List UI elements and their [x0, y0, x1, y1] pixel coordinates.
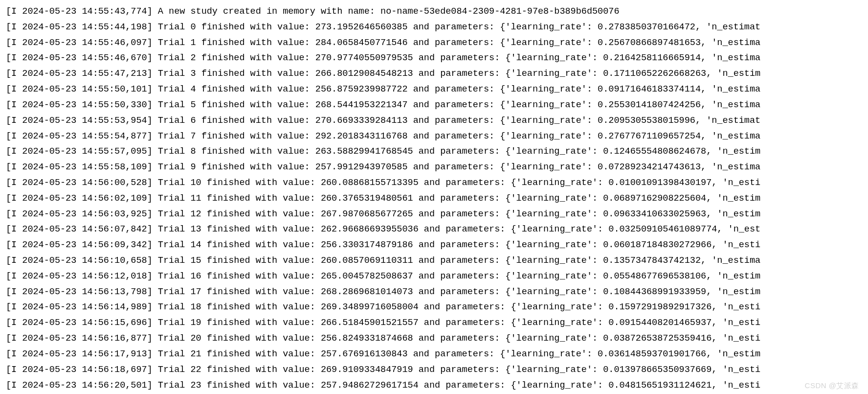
- log-line-trial: [I 2024-05-23 14:56:17,913] Trial 21 fin…: [6, 347, 862, 362]
- log-line-trial: [I 2024-05-23 14:56:03,925] Trial 12 fin…: [6, 207, 862, 222]
- log-line-trial: [I 2024-05-23 14:56:00,528] Trial 10 fin…: [6, 175, 862, 191]
- log-line-trial: [I 2024-05-23 14:55:50,330] Trial 5 fini…: [6, 97, 862, 113]
- log-line-trial: [I 2024-05-23 14:56:07,842] Trial 13 fin…: [6, 222, 862, 237]
- log-line-trial: [I 2024-05-23 14:56:14,989] Trial 18 fin…: [6, 300, 862, 315]
- log-line-trial: [I 2024-05-23 14:55:46,670] Trial 2 fini…: [6, 50, 862, 66]
- log-line-trial: [I 2024-05-23 14:56:16,877] Trial 20 fin…: [6, 331, 862, 347]
- log-line-trial: [I 2024-05-23 14:56:13,798] Trial 17 fin…: [6, 284, 862, 300]
- log-line-trial: [I 2024-05-23 14:55:50,101] Trial 4 fini…: [6, 82, 862, 97]
- log-line-trial: [I 2024-05-23 14:56:09,342] Trial 14 fin…: [6, 237, 862, 253]
- log-line-trial: [I 2024-05-23 14:56:12,018] Trial 16 fin…: [6, 269, 862, 284]
- log-line-trial: [I 2024-05-23 14:56:15,696] Trial 19 fin…: [6, 315, 862, 331]
- log-line-trial: [I 2024-05-23 14:56:02,109] Trial 11 fin…: [6, 191, 862, 207]
- log-line-trial: [I 2024-05-23 14:56:10,658] Trial 15 fin…: [6, 253, 862, 269]
- log-line-trial: [I 2024-05-23 14:56:18,697] Trial 22 fin…: [6, 362, 862, 378]
- log-line-trial: [I 2024-05-23 14:55:47,213] Trial 3 fini…: [6, 66, 862, 82]
- console-log-output: [I 2024-05-23 14:55:43,774] A new study …: [6, 4, 862, 393]
- log-line-trial: [I 2024-05-23 14:55:57,095] Trial 8 fini…: [6, 144, 862, 160]
- log-line-trial: [I 2024-05-23 14:55:58,109] Trial 9 fini…: [6, 160, 862, 175]
- watermark: CSDN @艾派森: [805, 379, 859, 392]
- log-line-trial: [I 2024-05-23 14:56:20,501] Trial 23 fin…: [6, 378, 862, 394]
- log-line-trial: [I 2024-05-23 14:55:54,877] Trial 7 fini…: [6, 129, 862, 144]
- log-line-trial: [I 2024-05-23 14:55:44,198] Trial 0 fini…: [6, 20, 862, 35]
- log-line-trial: [I 2024-05-23 14:55:53,954] Trial 6 fini…: [6, 113, 862, 129]
- log-line-trial: [I 2024-05-23 14:55:46,097] Trial 1 fini…: [6, 35, 862, 51]
- log-line-study-created: [I 2024-05-23 14:55:43,774] A new study …: [6, 4, 862, 20]
